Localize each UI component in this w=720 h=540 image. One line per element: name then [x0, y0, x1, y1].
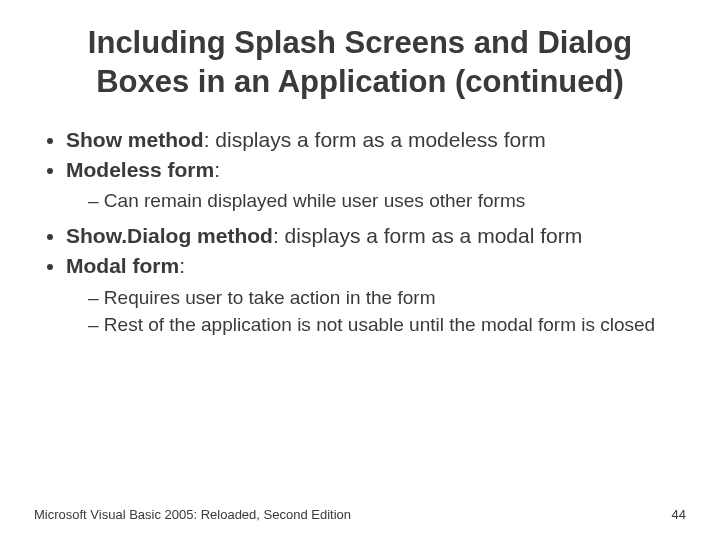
footer-source: Microsoft Visual Basic 2005: Reloaded, S… — [34, 507, 351, 522]
bullet-modal-form: Modal form: Requires user to take action… — [66, 252, 686, 338]
bullet-list: Show method: displays a form as a modele… — [44, 126, 686, 338]
sub-bullet: Rest of the application is not usable un… — [88, 312, 686, 338]
page-number: 44 — [672, 507, 686, 522]
bullet-show-method: Show method: displays a form as a modele… — [66, 126, 686, 154]
bullet-text: : displays a form as a modeless form — [204, 128, 546, 151]
bullet-bold: Show method — [66, 128, 204, 151]
sub-list: Can remain displayed while user uses oth… — [88, 188, 686, 214]
bullet-showdialog-method: Show.Dialog method: displays a form as a… — [66, 222, 686, 250]
slide-title: Including Splash Screens and Dialog Boxe… — [58, 24, 662, 102]
slide: Including Splash Screens and Dialog Boxe… — [0, 0, 720, 540]
bullet-bold: Modal form — [66, 254, 179, 277]
bullet-bold: Modeless form — [66, 158, 214, 181]
bullet-modeless-form: Modeless form: Can remain displayed whil… — [66, 156, 686, 214]
sub-list: Requires user to take action in the form… — [88, 285, 686, 338]
bullet-bold: Show.Dialog method — [66, 224, 273, 247]
footer: Microsoft Visual Basic 2005: Reloaded, S… — [34, 507, 686, 522]
bullet-text: : — [214, 158, 220, 181]
bullet-text: : — [179, 254, 185, 277]
sub-bullet: Requires user to take action in the form — [88, 285, 686, 311]
bullet-text: : displays a form as a modal form — [273, 224, 582, 247]
sub-bullet: Can remain displayed while user uses oth… — [88, 188, 686, 214]
